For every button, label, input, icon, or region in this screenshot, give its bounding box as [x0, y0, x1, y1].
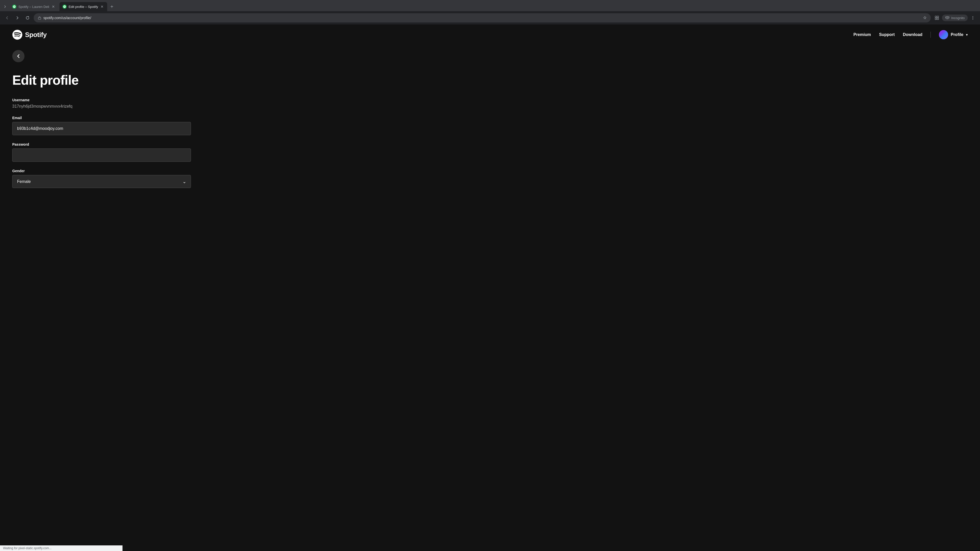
url-text: spotify.com/us/account/profile/	[43, 16, 921, 20]
tab-grid-button[interactable]	[933, 14, 941, 22]
spotify-logo[interactable]: Spotify	[12, 30, 47, 40]
tab-favicon-2	[62, 5, 67, 9]
status-text: Waiting for pixel-static.spotify.com...	[3, 546, 52, 550]
tab-2-label: Edit profile – Spotify	[68, 5, 98, 9]
avatar-image	[939, 30, 948, 39]
chevron-down-icon: ▾	[966, 33, 968, 37]
incognito-badge: Incognito	[942, 14, 968, 21]
tab-1-close[interactable]: ✕	[51, 5, 56, 9]
spotify-logo-text: Spotify	[25, 31, 47, 39]
tab-favicon-1	[12, 5, 16, 9]
tab-2-close[interactable]: ✕	[100, 5, 104, 9]
svg-rect-3	[935, 18, 937, 20]
support-link[interactable]: Support	[879, 32, 894, 37]
forward-nav-button[interactable]	[13, 14, 21, 22]
incognito-label: Incognito	[951, 16, 965, 20]
spotify-logo-icon	[12, 30, 22, 40]
username-field: Username 317nyh6jd3mospwvnmvvx4rizefq	[12, 98, 191, 109]
email-input[interactable]	[12, 122, 191, 135]
download-link[interactable]: Download	[903, 32, 922, 37]
svg-rect-0	[38, 17, 41, 19]
password-input[interactable]	[12, 148, 191, 162]
browser-menu-button[interactable]	[969, 14, 977, 22]
status-bar: Waiting for pixel-static.spotify.com...	[0, 545, 123, 551]
gender-label: Gender	[12, 169, 191, 173]
browser-tab-bar: Spotify – Lauren Deli ✕ Edit profile – S…	[0, 0, 980, 11]
profile-button[interactable]: Profile ▾	[939, 30, 968, 39]
svg-point-7	[973, 17, 974, 18]
svg-point-8	[973, 19, 974, 20]
password-field-container: Password	[12, 142, 191, 162]
nav-divider	[931, 32, 931, 38]
edit-profile-form: Username 317nyh6jd3mospwvnmvvx4rizefq Em…	[12, 98, 191, 188]
lock-icon	[38, 16, 41, 20]
email-field-container: Email	[12, 116, 191, 135]
username-label: Username	[12, 98, 191, 102]
address-bar[interactable]: spotify.com/us/account/profile/	[34, 13, 931, 22]
tab-2[interactable]: Edit profile – Spotify ✕	[59, 2, 107, 11]
svg-point-6	[973, 16, 974, 17]
svg-rect-1	[935, 16, 937, 17]
premium-link[interactable]: Premium	[853, 32, 871, 37]
tab-group-arrow[interactable]	[2, 3, 8, 10]
svg-rect-2	[937, 16, 939, 17]
gender-select[interactable]: Male Female Non-binary Other Prefer not …	[12, 175, 191, 188]
profile-name: Profile	[951, 32, 963, 37]
password-label: Password	[12, 142, 191, 146]
browser-chrome: Spotify – Lauren Deli ✕ Edit profile – S…	[0, 0, 980, 24]
spotify-nav-links: Premium Support Download Profile ▾	[853, 30, 968, 39]
nav-right-icons: Incognito	[933, 14, 977, 22]
email-label: Email	[12, 116, 191, 120]
gender-field-container: Gender Male Female Non-binary Other Pref…	[12, 169, 191, 188]
page-title: Edit profile	[12, 73, 294, 88]
spotify-page: Spotify Premium Support Download Profile…	[0, 24, 980, 551]
svg-point-5	[947, 17, 948, 18]
browser-nav-bar: spotify.com/us/account/profile/	[0, 11, 980, 24]
tab-1[interactable]: Spotify – Lauren Deli ✕	[9, 2, 59, 11]
svg-rect-4	[937, 18, 939, 20]
avatar	[939, 30, 948, 39]
back-button[interactable]	[12, 50, 24, 62]
new-tab-button[interactable]: +	[108, 3, 115, 10]
username-value: 317nyh6jd3mospwvnmvvx4rizefq	[12, 104, 191, 109]
spotify-navbar: Spotify Premium Support Download Profile…	[0, 24, 980, 45]
back-nav-button[interactable]	[3, 14, 11, 22]
tab-1-label: Spotify – Lauren Deli	[18, 5, 49, 9]
gender-select-wrapper: Male Female Non-binary Other Prefer not …	[12, 175, 191, 188]
incognito-icon	[945, 16, 950, 20]
star-icon[interactable]	[923, 16, 927, 20]
main-content: Edit profile Username 317nyh6jd3mospwvnm…	[0, 45, 306, 207]
reload-button[interactable]	[24, 14, 32, 22]
